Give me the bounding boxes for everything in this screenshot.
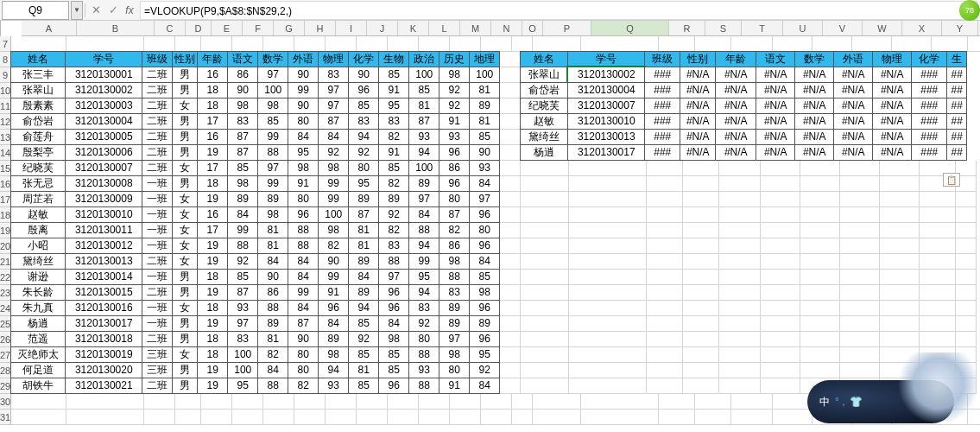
cell-W18[interactable] [840,207,880,223]
cell-A18[interactable]: 赵敏 [10,206,66,223]
cell-F21[interactable]: 92 [227,253,258,270]
cell-X15[interactable] [880,161,920,176]
cell-Y12[interactable]: ### [911,113,947,130]
cell-A7[interactable] [11,36,66,52]
cell-Y19[interactable] [920,223,956,238]
row-header-26[interactable]: 26 [0,332,10,347]
cell-A11[interactable]: 殷素素 [10,98,66,114]
cell-B13[interactable]: 3120130005 [65,129,142,145]
cell-O19[interactable] [500,223,521,238]
cell-X27[interactable] [880,347,920,363]
cell-D30[interactable] [175,394,201,410]
cell-N29[interactable]: 84 [469,378,500,394]
cell-B26[interactable]: 3120130018 [65,331,142,347]
cell-O24[interactable] [500,301,521,316]
cell-A22[interactable]: 谢逊 [10,269,66,285]
cell-P18[interactable] [521,207,569,223]
cell-L19[interactable]: 88 [408,222,439,238]
cell-S18[interactable] [683,207,719,223]
cell-D29[interactable]: 男 [172,378,198,394]
cell-Y10[interactable]: ### [911,82,947,98]
cell-L11[interactable]: 81 [408,98,439,114]
name-box-dropdown[interactable]: ▼ [71,1,83,20]
cell-R23[interactable] [647,285,683,301]
cell-X25[interactable] [880,316,920,332]
cell-T30[interactable] [731,394,773,410]
cell-Y25[interactable] [920,316,956,332]
cell-O11[interactable] [500,98,521,114]
cell-D7[interactable] [175,36,201,52]
cell-F23[interactable]: 87 [227,284,258,301]
cell-Q17[interactable] [569,192,647,207]
cell-C18[interactable]: 一班 [142,206,173,223]
cancel-icon[interactable]: ✕ [87,3,104,16]
cell-O16[interactable] [500,176,521,192]
cell-F12[interactable]: 83 [227,113,258,130]
cell-X14[interactable]: #N/A [872,144,912,161]
cell-M16[interactable]: 96 [439,175,470,192]
cell-Q22[interactable] [569,270,647,285]
cell-E17[interactable]: 19 [197,191,228,207]
cell-R7[interactable] [659,36,695,52]
cell-M15[interactable]: 86 [439,160,470,176]
cell-F29[interactable]: 95 [227,378,258,394]
cell-C20[interactable]: 一班 [142,238,173,254]
cell-M21[interactable]: 98 [439,253,470,270]
cell-X13[interactable]: #N/A [872,129,912,145]
cell-Q26[interactable] [569,332,647,347]
cell-A21[interactable]: 黛绮丝 [10,253,66,270]
cell-P8[interactable]: 姓名 [520,51,568,67]
cell-E20[interactable]: 19 [197,238,228,254]
cell-F20[interactable]: 88 [227,238,258,254]
cell-Q28[interactable] [569,363,647,378]
cell-O14[interactable] [500,145,521,161]
cell-L31[interactable] [419,410,450,425]
cell-L10[interactable]: 85 [408,82,439,98]
cell-Z20[interactable] [956,238,977,254]
cell-N12[interactable]: 81 [469,113,500,130]
cell-P19[interactable] [521,223,569,238]
cell-R20[interactable] [647,238,683,254]
cell-I17[interactable]: 99 [318,191,349,207]
cell-D14[interactable]: 男 [172,144,198,161]
cell-B29[interactable]: 3120130021 [65,378,142,394]
cell-Z22[interactable] [956,270,977,285]
cell-H26[interactable]: 90 [288,331,319,347]
cell-P23[interactable] [521,285,569,301]
col-header-C[interactable]: C [155,21,186,35]
cell-E8[interactable]: 年龄 [197,51,228,67]
cell-B20[interactable]: 3120130012 [65,238,142,254]
cell-O25[interactable] [500,316,521,332]
cell-W7[interactable] [852,36,892,52]
cell-T23[interactable] [719,285,761,301]
row-header-20[interactable]: 20 [0,238,10,254]
col-header-A[interactable]: A [22,21,77,35]
col-header-H[interactable]: H [305,21,336,35]
cell-U19[interactable] [761,223,800,238]
cell-U13[interactable]: #N/A [756,129,795,145]
cell-I7[interactable] [326,36,357,52]
col-header-P[interactable]: P [543,21,591,35]
cell-U25[interactable] [761,316,800,332]
cell-T20[interactable] [719,238,761,254]
cell-A26[interactable]: 范遥 [10,331,66,347]
cell-H24[interactable]: 84 [288,300,319,316]
accept-icon[interactable]: ✓ [104,3,122,16]
cell-R14[interactable]: ### [644,144,680,161]
cell-Z31[interactable] [968,410,980,425]
paste-options-icon[interactable]: 📋 [943,173,960,187]
col-header-U[interactable]: U [783,21,823,35]
cell-H28[interactable]: 80 [288,362,319,378]
cell-O23[interactable] [500,285,521,301]
cell-B23[interactable]: 3120130015 [65,284,142,301]
cell-T13[interactable]: #N/A [715,129,756,145]
cell-L12[interactable]: 87 [408,113,439,130]
cell-S23[interactable] [683,285,719,301]
cell-R10[interactable]: ### [644,82,680,98]
cell-G29[interactable]: 88 [257,378,288,394]
cell-E25[interactable]: 19 [197,315,228,332]
col-header-W[interactable]: W [863,21,902,35]
cell-E27[interactable]: 18 [197,346,228,363]
cell-B22[interactable]: 3120130014 [65,269,142,285]
cell-V16[interactable] [800,176,840,192]
